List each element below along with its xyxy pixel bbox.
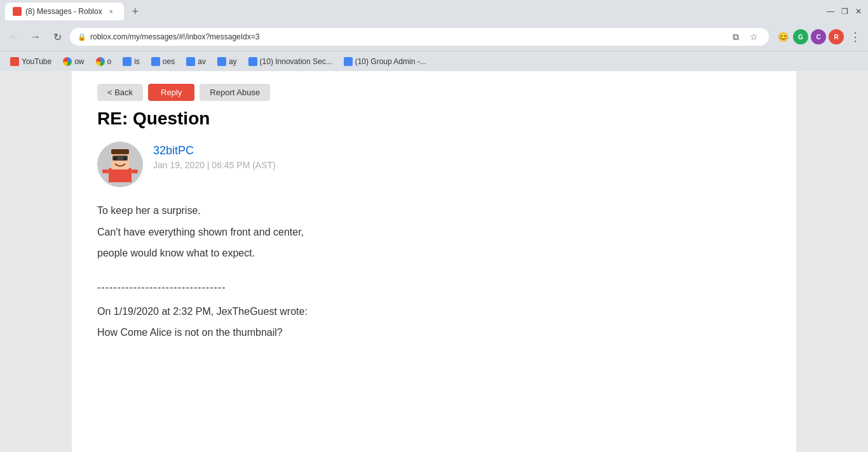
page-content: < Back Reply Report Abuse RE: Question xyxy=(0,71,868,452)
svg-rect-7 xyxy=(102,170,109,173)
browser-profile-icons: 😊 G C R xyxy=(775,29,844,44)
bookmark-o[interactable]: o xyxy=(91,55,117,68)
svg-rect-5 xyxy=(112,156,128,161)
separator-dashes: -------------------------------- xyxy=(97,282,771,293)
bookmark-ow[interactable]: ow xyxy=(58,55,89,68)
generic-favicon-innovation xyxy=(248,57,257,66)
bookmark-ay[interactable]: ay xyxy=(212,55,242,68)
bookmark-group-admin[interactable]: (10) Group Admin -... xyxy=(339,55,431,68)
generic-favicon-ay xyxy=(217,57,226,66)
message-actions: < Back Reply Report Abuse xyxy=(97,84,771,101)
bookmarks-bar: YouTube ow o is oes av ay (10) Innovati xyxy=(0,51,868,71)
bookmark-ay-label: ay xyxy=(229,57,237,66)
sender-info: 32bitPC Jan 19, 2020 | 06:45 PM (AST) xyxy=(153,142,276,170)
generic-favicon-group-admin xyxy=(344,57,353,66)
profile-circle-3[interactable]: R xyxy=(829,29,844,44)
window-controls: — ❒ ✕ xyxy=(826,7,863,16)
address-bar-row: ← → ↻ 🔒 roblox.com/my/messages/#!/inbox?… xyxy=(0,23,868,51)
new-tab-button[interactable]: + xyxy=(126,3,144,20)
bookmark-youtube[interactable]: YouTube xyxy=(5,55,57,68)
avatar-image xyxy=(97,142,143,187)
close-window-button[interactable]: ✕ xyxy=(854,7,863,16)
bookmark-av-label: av xyxy=(198,57,206,66)
generic-favicon-is xyxy=(123,57,132,66)
address-bar[interactable]: 🔒 roblox.com/my/messages/#!/inbox?messag… xyxy=(70,28,769,46)
message-line-3: people would know what to expect. xyxy=(97,245,771,262)
bookmark-is-label: is xyxy=(134,57,140,66)
bookmark-innovation[interactable]: (10) Innovation Sec... xyxy=(243,55,337,68)
message-date: Jan 19, 2020 | 06:45 PM (AST) xyxy=(153,160,276,170)
external-link-icon[interactable]: ⧉ xyxy=(728,29,743,44)
url-text: roblox.com/my/messages/#!/inbox?messageI… xyxy=(90,32,724,41)
bookmark-ow-label: ow xyxy=(74,57,84,66)
forward-nav-button[interactable]: → xyxy=(27,28,44,46)
bookmark-av[interactable]: av xyxy=(181,55,211,68)
bookmark-oes-label: oes xyxy=(163,57,175,66)
quoted-header: On 1/19/2020 at 2:32 PM, JexTheGuest wro… xyxy=(97,303,771,320)
sender-name-link[interactable]: 32bitPC xyxy=(153,144,276,157)
sender-avatar[interactable] xyxy=(97,142,143,187)
message-line-2: Can't have everything shown front and ce… xyxy=(97,224,771,241)
svg-rect-1 xyxy=(109,168,132,182)
back-button[interactable]: < Back xyxy=(97,84,143,101)
generic-favicon-av xyxy=(186,57,195,66)
message-title: RE: Question xyxy=(97,109,771,129)
back-nav-button[interactable]: ← xyxy=(5,28,23,46)
maximize-button[interactable]: ❒ xyxy=(840,7,849,16)
bookmark-group-admin-label: (10) Group Admin -... xyxy=(355,57,426,66)
bookmark-o-label: o xyxy=(107,57,112,66)
browser-menu-button[interactable]: ⋮ xyxy=(848,29,863,44)
bookmark-oes[interactable]: oes xyxy=(146,55,180,68)
bookmark-is[interactable]: is xyxy=(118,55,145,68)
tab-title: (8) Messages - Roblox xyxy=(25,7,102,16)
message-body: To keep her a surprise. Can't have every… xyxy=(97,203,771,262)
svg-rect-8 xyxy=(132,170,138,173)
google-favicon-o xyxy=(96,57,105,66)
address-bar-actions: ⧉ ☆ xyxy=(728,29,761,44)
bookmark-youtube-label: YouTube xyxy=(22,57,51,66)
generic-favicon-oes xyxy=(151,57,160,66)
profile-circle-2[interactable]: C xyxy=(811,29,826,44)
google-favicon-ow xyxy=(63,57,72,66)
svg-rect-6 xyxy=(111,149,129,154)
reply-button[interactable]: Reply xyxy=(148,84,194,101)
profile-circle-1[interactable]: G xyxy=(793,29,808,44)
quoted-body: How Come Alice is not on the thumbnail? xyxy=(97,324,771,341)
message-line-1: To keep her a surprise. xyxy=(97,203,771,219)
bookmark-star-icon[interactable]: ☆ xyxy=(746,29,761,44)
youtube-favicon xyxy=(10,57,19,66)
message-header: 32bitPC Jan 19, 2020 | 06:45 PM (AST) xyxy=(97,142,771,187)
tab-close-button[interactable]: × xyxy=(106,6,116,17)
bookmark-innovation-label: (10) Innovation Sec... xyxy=(260,57,332,66)
refresh-button[interactable]: ↻ xyxy=(48,28,66,46)
message-separator: -------------------------------- xyxy=(97,282,771,293)
report-abuse-button[interactable]: Report Abuse xyxy=(200,84,270,101)
message-container: < Back Reply Report Abuse RE: Question xyxy=(72,71,796,452)
minimize-button[interactable]: — xyxy=(826,7,835,16)
lock-icon: 🔒 xyxy=(78,33,86,41)
quoted-message: On 1/19/2020 at 2:32 PM, JexTheGuest wro… xyxy=(97,303,771,341)
tab-favicon xyxy=(13,7,22,16)
browser-tab[interactable]: (8) Messages - Roblox × xyxy=(5,3,124,20)
emoji-icon[interactable]: 😊 xyxy=(775,29,790,44)
